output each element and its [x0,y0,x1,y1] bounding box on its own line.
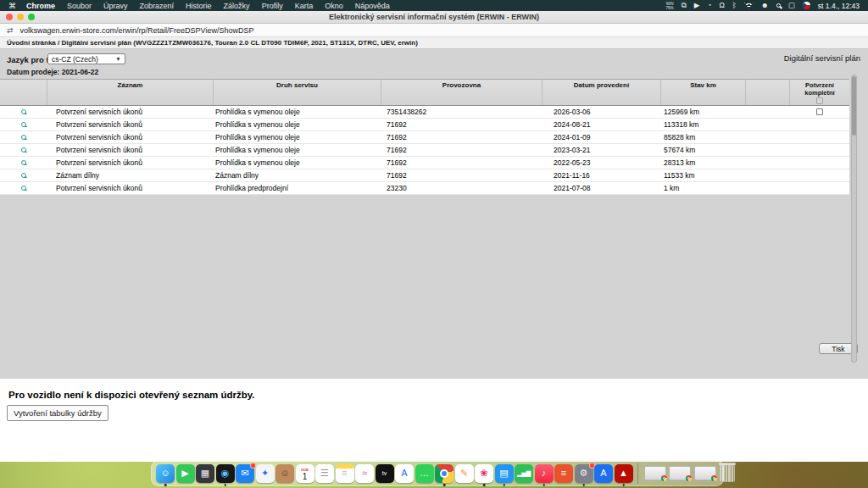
magnifier-icon[interactable] [21,147,26,152]
magnifier-icon[interactable] [21,122,26,127]
chrome-badge-icon [711,475,717,481]
running-indicator-dot [483,484,486,486]
table-row: Potvrzení servisních úkonůProhlídka s vy… [0,157,849,169]
notes-icon[interactable]: ≡ [336,464,354,483]
running-indicator-dot [503,484,505,486]
pages-icon[interactable]: ✎ [455,464,474,483]
vertical-scrollbar[interactable] [851,75,857,363]
confirm-complete-cell [790,108,849,115]
window-title: Elektronický servisní informační systém … [0,13,868,21]
user-circle-icon[interactable]: ☻ [761,0,769,11]
row-detail-cell [0,186,47,191]
mileage-cell: 125969 km [661,108,746,116]
numbers-icon[interactable]: ▂▅▇ [515,464,533,483]
apple-tv-icon[interactable]: tv [376,464,394,483]
magnifier-icon[interactable] [21,135,26,140]
launchpad-icon[interactable]: ▦ [196,464,214,483]
books-icon[interactable]: ≡ [554,464,573,483]
column-header-datum-proveden-: Datum provedení [542,80,661,105]
clock-icon[interactable]: ◔ [707,0,711,11]
mileage-cell: 85828 km [661,133,746,141]
workshop-cell: 71692 [381,120,542,129]
row-detail-cell [0,122,47,127]
mail-icon[interactable]: ✉ [236,464,254,483]
language-select[interactable]: cs-CZ (Czech) ▼ [47,53,125,64]
music-icon[interactable]: ♪ [535,464,554,483]
service-kind-cell: Prohlídka s vymenou oleje [214,146,381,154]
chrome-icon[interactable] [435,464,453,483]
window-copy-icon[interactable]: ⧉ [682,0,687,11]
magnifier-icon[interactable] [21,173,26,178]
magnifier-icon[interactable] [21,186,26,191]
confirm-checkbox[interactable] [816,108,823,115]
running-indicator-dot [542,484,545,486]
translate-icon[interactable]: A [395,464,414,483]
select-all-checkbox[interactable] [816,97,823,104]
table-row: Potvrzení servisních úkonůProhlídka pred… [0,182,849,195]
finder-icon[interactable]: ☺ [156,464,175,483]
column-header-empty [746,80,790,105]
browser-address-bar[interactable]: ⇄ volkswagen.erwin-store.com/erwin/rp/Re… [0,24,868,37]
acrobat-icon[interactable]: ▲ [615,464,633,483]
menu-záložky[interactable]: Záložky [224,2,250,10]
trash-icon[interactable] [720,464,735,482]
workshop-cell: 71692 [381,146,542,154]
minimized-window-3-thumbnail[interactable] [694,466,716,480]
safari-icon[interactable]: ✦ [256,464,275,483]
date-cell: 2022-05-23 [542,158,661,167]
headphones-icon[interactable]: Ω [719,0,724,11]
battery-indicator[interactable]: WIN 76% [666,2,674,10]
app-store-icon[interactable]: A [594,464,613,483]
messages-icon[interactable]: … [415,464,434,483]
column-header-label: Druh servisu [214,81,381,89]
menu-historie[interactable]: Historie [186,2,212,10]
scrollbar-thumb[interactable] [852,76,856,136]
bluetooth-icon[interactable]: ᛒ [732,0,737,11]
workshop-cell: 7351438262 [381,108,542,116]
menu-soubor[interactable]: Soubor [67,2,92,10]
spotlight-search-icon[interactable] [776,3,781,8]
running-indicator-dot [224,484,226,486]
menu-bar-clock[interactable]: st 1.4., 12:43 [818,2,860,10]
menu-profily[interactable]: Profily [262,2,283,10]
apple-logo-icon[interactable]: ⌘ [8,2,16,10]
wifi-icon[interactable] [744,3,754,9]
mileage-cell: 113318 km [661,120,746,129]
menu-okno[interactable]: Okno [325,2,343,10]
siri-icon[interactable]: ◉ [216,464,235,483]
window-title-bar: Elektronický servisní informační systém … [0,11,868,24]
url-text[interactable]: volkswagen.erwin-store.com/erwin/rp/Reta… [20,26,254,35]
workshop-cell: 71692 [381,158,542,167]
system-settings-icon[interactable]: ⚙ [575,464,593,483]
calendar-icon[interactable]: DUB1 [296,464,314,483]
record-type-cell: Potvrzení servisních úkonů [47,108,214,116]
reminders-icon[interactable]: ☰ [315,464,334,483]
chrome-badge-icon [686,475,692,481]
contacts-icon[interactable]: ☺ [275,464,294,483]
column-header-label: Provozovna [381,81,542,89]
keynote-icon[interactable]: ▤ [495,464,514,483]
magnifier-icon[interactable] [21,109,26,114]
tab-switcher-icon[interactable]: ⇄ [7,26,14,35]
keyboard-flag-icon[interactable] [803,2,810,9]
stocks-icon[interactable]: ≈ [355,464,374,483]
minimized-window-1-thumbnail[interactable] [644,466,666,480]
magnifier-icon[interactable] [21,160,26,165]
play-circle-icon[interactable]: ▶ [694,0,700,11]
minimized-window-2-thumbnail[interactable] [669,466,691,480]
language-selected-value: cs-CZ (Czech) [52,55,98,64]
calendar-day: 1 [303,472,308,481]
date-cell: 2024-01-09 [542,133,661,141]
facetime-icon[interactable]: ▶ [176,464,195,483]
menu-chrome[interactable]: Chrome [26,2,55,10]
create-maintenance-table-button[interactable]: Vytvoření tabulky údržby [7,405,108,421]
mileage-cell: 1 km [661,184,746,192]
photos-icon[interactable]: ❀ [475,464,493,483]
column-header-label: Potvrzení kompletní [790,81,849,97]
display-icon[interactable]: ▢ [788,0,795,11]
menu-nápověda[interactable]: Nápověda [355,2,390,10]
menu-úpravy[interactable]: Úpravy [103,2,128,10]
menu-karta[interactable]: Karta [295,2,314,10]
menu-zobrazení[interactable]: Zobrazení [140,2,175,10]
row-detail-cell [0,147,47,152]
